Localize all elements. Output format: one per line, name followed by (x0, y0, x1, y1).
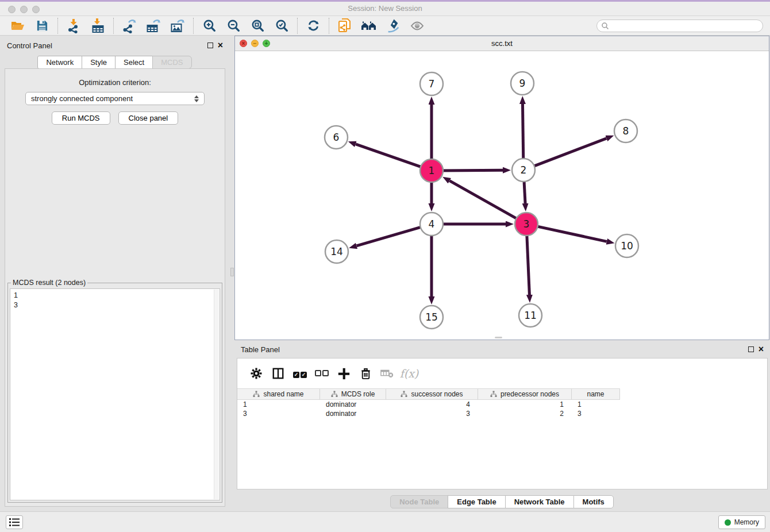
table-row-1[interactable]: 3dominator323 (237, 409, 767, 418)
column-settings-button[interactable] (245, 364, 267, 383)
table-cell[interactable]: 3 (237, 409, 320, 418)
mcds-result-fieldset: MCDS result (2 nodes) 1 3 (7, 283, 222, 503)
mcds-result-area[interactable]: 1 3 (10, 288, 220, 500)
minimize-window-button[interactable] (20, 6, 28, 13)
graph-edge-3-10[interactable] (536, 226, 607, 241)
close-panel-icon[interactable]: × (218, 43, 223, 48)
tab-motifs[interactable]: Motifs (573, 495, 614, 508)
toolbar-divider (297, 18, 298, 34)
delete-columns-button[interactable] (355, 364, 376, 383)
task-history-button[interactable] (6, 515, 23, 529)
table-cell[interactable]: 4 (386, 400, 478, 409)
graph-edge-1-2[interactable] (441, 170, 503, 171)
network-close-icon[interactable]: × (240, 40, 247, 47)
network-canvas[interactable]: 7968124314101511 (235, 52, 769, 340)
column-header-name[interactable]: name (572, 389, 620, 399)
table-row-0[interactable]: 1dominator411 (237, 400, 767, 409)
zoom-in-button[interactable] (197, 17, 221, 34)
network-overview-button[interactable] (357, 17, 381, 34)
tab-edge-table[interactable]: Edge Table (448, 495, 505, 508)
zoom-window-button[interactable] (32, 6, 40, 13)
tab-style[interactable]: Style (82, 56, 116, 69)
import-network-icon (66, 18, 81, 33)
import-network-button[interactable] (61, 17, 86, 34)
table-toolbar: ✓✓ (237, 358, 767, 388)
clone-network-button[interactable] (333, 17, 357, 34)
tab-network-table[interactable]: Network Table (505, 495, 574, 508)
column-header-predecessor-nodes[interactable]: predecessor nodes (478, 389, 572, 399)
export-image-button[interactable] (165, 17, 190, 34)
column-header-successor-nodes[interactable]: successor nodes (386, 389, 478, 399)
graph-edge-2-3[interactable] (524, 179, 525, 203)
network-view-window: × − + scc.txt 7968124314101511 (234, 36, 769, 340)
zoom-out-button[interactable] (221, 17, 245, 34)
node-table-body: 1dominator4113dominator323 (237, 400, 767, 418)
unselect-all-columns-button[interactable] (311, 364, 333, 383)
graph-edge-1-6[interactable] (356, 144, 423, 168)
run-mcds-button[interactable]: Run MCDS (52, 111, 110, 125)
table-cell[interactable]: dominator (320, 409, 386, 418)
close-panel-button[interactable]: Close panel (118, 111, 179, 125)
zoom-fit-icon (251, 18, 265, 33)
graph-edge-2-9[interactable] (522, 104, 523, 161)
criterion-dropdown[interactable]: strongly connected component (25, 92, 205, 105)
create-column-button[interactable] (333, 364, 355, 383)
delete-table-button[interactable] (376, 364, 398, 383)
table-cell[interactable]: 1 (572, 400, 620, 409)
table-cell[interactable]: 3 (572, 409, 620, 418)
table-cell[interactable]: 1 (237, 400, 320, 409)
result-scrollbar[interactable] (214, 290, 219, 499)
memory-button[interactable]: Memory (718, 515, 765, 529)
search-input[interactable] (609, 21, 763, 31)
export-table-icon (146, 18, 161, 33)
mcds-panel: Optimization criterion: strongly connect… (5, 68, 225, 507)
save-session-button[interactable] (30, 17, 54, 34)
app-titlebar: Session: New Session (0, 0, 770, 16)
network-window-titlebar[interactable]: × − + scc.txt (235, 36, 769, 51)
table-cell[interactable]: 3 (386, 409, 478, 418)
annotations-button[interactable] (381, 17, 405, 34)
open-folder-icon (10, 19, 25, 33)
graphics-details-button[interactable] (405, 17, 429, 34)
graph-edge-3-1[interactable] (449, 181, 518, 219)
tab-select[interactable]: Select (115, 56, 153, 69)
zoom-fit-button[interactable] (245, 17, 270, 34)
column-header-shared-name[interactable]: shared name (237, 389, 320, 399)
open-session-button[interactable] (6, 17, 30, 34)
splitter-grip[interactable] (230, 268, 234, 276)
graph-edge-4-14[interactable] (357, 226, 423, 245)
toolbar-divider (57, 18, 58, 34)
control-panel: Control Panel × Network Style Select MCD… (0, 36, 230, 511)
graph-edge-3-11[interactable] (527, 233, 530, 295)
tab-mcds[interactable]: MCDS (152, 56, 191, 69)
import-table-button[interactable] (86, 17, 110, 34)
function-builder-button[interactable]: f(x) (398, 364, 420, 383)
eye-icon (410, 19, 425, 33)
tab-network[interactable]: Network (37, 56, 82, 69)
tab-node-table[interactable]: Node Table (390, 495, 448, 508)
apply-layout-button[interactable] (301, 17, 325, 34)
close-window-button[interactable] (8, 6, 16, 13)
export-image-icon (170, 18, 185, 33)
float-panel-icon[interactable] (207, 43, 213, 48)
panel-splitter[interactable] (230, 36, 234, 511)
zoom-selected-button[interactable] (270, 17, 294, 34)
table-cell[interactable]: dominator (320, 400, 386, 409)
houses-icon (361, 19, 377, 33)
split-column-button[interactable] (267, 364, 289, 383)
graph-node-label-4: 4 (429, 218, 435, 230)
network-minimize-icon[interactable]: − (251, 40, 259, 47)
table-cell[interactable]: 1 (478, 400, 572, 409)
select-all-columns-button[interactable]: ✓✓ (289, 364, 311, 383)
column-header-mcds-role[interactable]: MCDS role (320, 389, 386, 399)
table-cell[interactable]: 2 (478, 409, 572, 418)
float-table-panel-icon[interactable] (748, 346, 754, 352)
graph-edge-2-8[interactable] (532, 138, 606, 167)
network-maximize-icon[interactable]: + (263, 40, 270, 47)
canvas-scrollbar-thumb[interactable] (495, 337, 502, 338)
close-table-panel-icon[interactable]: × (759, 346, 764, 352)
trash-icon (359, 367, 372, 380)
export-network-button[interactable] (117, 17, 141, 34)
toolbar-divider (113, 18, 114, 34)
export-table-button[interactable] (141, 17, 165, 34)
